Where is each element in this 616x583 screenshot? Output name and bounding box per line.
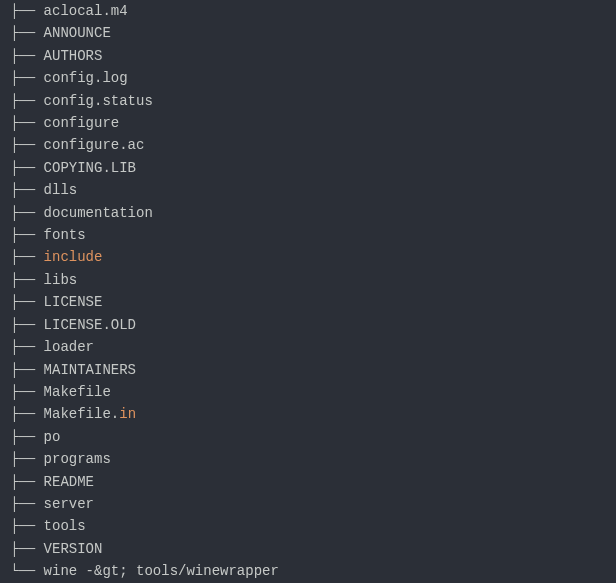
tree-branch-icon: ├── xyxy=(10,406,44,422)
file-name: server xyxy=(44,496,94,512)
file-name: aclocal.m4 xyxy=(44,3,128,19)
tree-row: ├── ANNOUNCE xyxy=(10,22,616,44)
file-name: wine -&gt; tools/winewrapper xyxy=(44,563,279,579)
tree-row: ├── fonts xyxy=(10,224,616,246)
tree-branch-icon: ├── xyxy=(10,249,44,265)
file-name: LICENSE xyxy=(44,294,103,310)
tree-branch-icon: ├── xyxy=(10,384,44,400)
tree-row: ├── configure xyxy=(10,112,616,134)
file-name: configure xyxy=(44,115,120,131)
tree-row: ├── Makefile xyxy=(10,381,616,403)
tree-branch-icon: ├── xyxy=(10,93,44,109)
file-name: programs xyxy=(44,451,111,467)
tree-branch-icon: ├── xyxy=(10,205,44,221)
file-name: loader xyxy=(44,339,94,355)
tree-row: ├── configure.ac xyxy=(10,134,616,156)
tree-row: ├── po xyxy=(10,426,616,448)
tree-branch-icon: ├── xyxy=(10,474,44,490)
tree-row: ├── include xyxy=(10,246,616,268)
tree-branch-icon: ├── xyxy=(10,70,44,86)
tree-branch-icon: ├── xyxy=(10,272,44,288)
tree-row: ├── LICENSE.OLD xyxy=(10,314,616,336)
tree-row: ├── tools xyxy=(10,515,616,537)
file-name: VERSION xyxy=(44,541,103,557)
tree-branch-icon: ├── xyxy=(10,3,44,19)
file-name: config.log xyxy=(44,70,128,86)
tree-row: ├── programs xyxy=(10,448,616,470)
file-name: Makefile.in xyxy=(44,406,136,422)
tree-branch-icon: ├── xyxy=(10,48,44,64)
tree-row: ├── Makefile.in xyxy=(10,403,616,425)
tree-output: ├── aclocal.m4 ├── ANNOUNCE ├── AUTHORS … xyxy=(0,0,616,583)
tree-row: ├── config.status xyxy=(10,90,616,112)
file-name: dlls xyxy=(44,182,78,198)
file-name: LICENSE.OLD xyxy=(44,317,136,333)
tree-branch-icon: ├── xyxy=(10,25,44,41)
tree-branch-icon: ├── xyxy=(10,451,44,467)
tree-branch-icon: ├── xyxy=(10,339,44,355)
tree-row: ├── README xyxy=(10,471,616,493)
tree-branch-icon: └── xyxy=(10,563,44,579)
file-name: fonts xyxy=(44,227,86,243)
file-name: documentation xyxy=(44,205,153,221)
tree-row: ├── LICENSE xyxy=(10,291,616,313)
tree-branch-icon: ├── xyxy=(10,294,44,310)
tree-branch-icon: ├── xyxy=(10,227,44,243)
tree-branch-icon: ├── xyxy=(10,541,44,557)
tree-row: ├── AUTHORS xyxy=(10,45,616,67)
tree-branch-icon: ├── xyxy=(10,160,44,176)
file-name: AUTHORS xyxy=(44,48,103,64)
tree-row: ├── config.log xyxy=(10,67,616,89)
tree-branch-icon: ├── xyxy=(10,317,44,333)
file-name: tools xyxy=(44,518,86,534)
tree-branch-icon: ├── xyxy=(10,182,44,198)
file-name: ANNOUNCE xyxy=(44,25,111,41)
tree-row: ├── aclocal.m4 xyxy=(10,0,616,22)
tree-row: ├── COPYING.LIB xyxy=(10,157,616,179)
tree-branch-icon: ├── xyxy=(10,137,44,153)
tree-row: ├── server xyxy=(10,493,616,515)
file-name: include xyxy=(44,249,103,265)
tree-branch-icon: ├── xyxy=(10,496,44,512)
tree-row: └── wine -&gt; tools/winewrapper xyxy=(10,560,616,582)
file-name: MAINTAINERS xyxy=(44,362,136,378)
file-name: Makefile xyxy=(44,384,111,400)
tree-row: ├── VERSION xyxy=(10,538,616,560)
tree-branch-icon: ├── xyxy=(10,115,44,131)
file-name: config.status xyxy=(44,93,153,109)
file-name: po xyxy=(44,429,61,445)
tree-row: ├── documentation xyxy=(10,202,616,224)
file-name: configure.ac xyxy=(44,137,145,153)
file-name: COPYING.LIB xyxy=(44,160,136,176)
tree-branch-icon: ├── xyxy=(10,429,44,445)
file-name: libs xyxy=(44,272,78,288)
tree-row: ├── MAINTAINERS xyxy=(10,359,616,381)
tree-row: ├── loader xyxy=(10,336,616,358)
tree-branch-icon: ├── xyxy=(10,362,44,378)
tree-row: ├── dlls xyxy=(10,179,616,201)
tree-branch-icon: ├── xyxy=(10,518,44,534)
file-name: README xyxy=(44,474,94,490)
tree-row: ├── libs xyxy=(10,269,616,291)
